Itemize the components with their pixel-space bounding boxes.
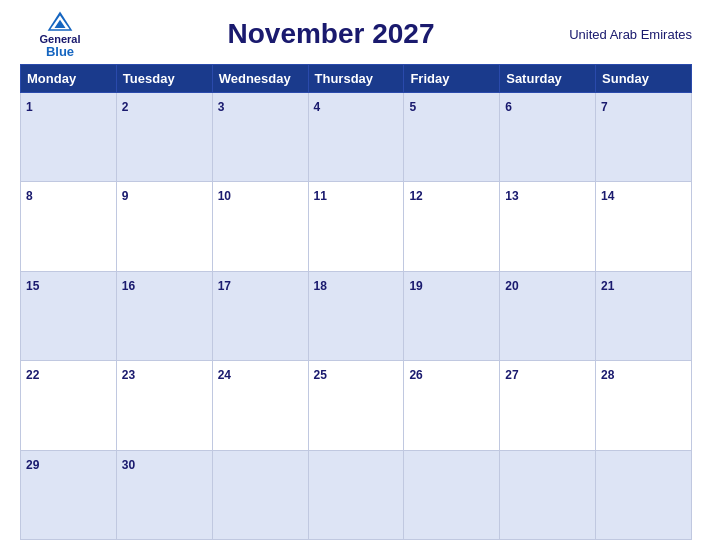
- day-number: 10: [218, 189, 231, 203]
- logo-blue-text: Blue: [46, 45, 74, 58]
- day-number: 3: [218, 100, 225, 114]
- day-number: 24: [218, 368, 231, 382]
- country-label: United Arab Emirates: [562, 27, 692, 42]
- calendar-cell: 13: [500, 182, 596, 271]
- calendar-cell: 12: [404, 182, 500, 271]
- day-number: 4: [314, 100, 321, 114]
- day-number: 8: [26, 189, 33, 203]
- calendar-cell: 3: [212, 93, 308, 182]
- calendar-cell: 25: [308, 361, 404, 450]
- day-number: 14: [601, 189, 614, 203]
- day-number: 2: [122, 100, 129, 114]
- calendar-cell: 21: [596, 271, 692, 360]
- calendar-cell: 14: [596, 182, 692, 271]
- calendar-week-row: 1234567: [21, 93, 692, 182]
- weekday-header-row: MondayTuesdayWednesdayThursdayFridaySatu…: [21, 65, 692, 93]
- day-number: 26: [409, 368, 422, 382]
- calendar-table: MondayTuesdayWednesdayThursdayFridaySatu…: [20, 64, 692, 540]
- calendar-header: General Blue November 2027 United Arab E…: [20, 10, 692, 58]
- calendar-cell: 16: [116, 271, 212, 360]
- day-number: 17: [218, 279, 231, 293]
- day-number: 28: [601, 368, 614, 382]
- calendar-cell: 20: [500, 271, 596, 360]
- day-number: 29: [26, 458, 39, 472]
- calendar-cell: 1: [21, 93, 117, 182]
- calendar-cell: [404, 450, 500, 539]
- day-number: 9: [122, 189, 129, 203]
- calendar-cell: 2: [116, 93, 212, 182]
- calendar-cell: 10: [212, 182, 308, 271]
- calendar-cell: 26: [404, 361, 500, 450]
- day-number: 12: [409, 189, 422, 203]
- calendar-cell: 9: [116, 182, 212, 271]
- calendar-title: November 2027: [100, 18, 562, 50]
- calendar-cell: 11: [308, 182, 404, 271]
- calendar-cell: 27: [500, 361, 596, 450]
- weekday-header-wednesday: Wednesday: [212, 65, 308, 93]
- day-number: 6: [505, 100, 512, 114]
- weekday-header-friday: Friday: [404, 65, 500, 93]
- day-number: 21: [601, 279, 614, 293]
- logo: General Blue: [20, 10, 100, 58]
- calendar-cell: [596, 450, 692, 539]
- day-number: 11: [314, 189, 327, 203]
- calendar-cell: 29: [21, 450, 117, 539]
- day-number: 20: [505, 279, 518, 293]
- calendar-cell: [500, 450, 596, 539]
- day-number: 18: [314, 279, 327, 293]
- day-number: 22: [26, 368, 39, 382]
- calendar-cell: 6: [500, 93, 596, 182]
- day-number: 5: [409, 100, 416, 114]
- calendar-cell: 5: [404, 93, 500, 182]
- calendar-cell: [212, 450, 308, 539]
- day-number: 13: [505, 189, 518, 203]
- weekday-header-sunday: Sunday: [596, 65, 692, 93]
- calendar-cell: 15: [21, 271, 117, 360]
- day-number: 27: [505, 368, 518, 382]
- weekday-header-saturday: Saturday: [500, 65, 596, 93]
- calendar-cell: 18: [308, 271, 404, 360]
- day-number: 1: [26, 100, 33, 114]
- calendar-cell: 4: [308, 93, 404, 182]
- calendar-week-row: 22232425262728: [21, 361, 692, 450]
- weekday-header-thursday: Thursday: [308, 65, 404, 93]
- calendar-cell: 24: [212, 361, 308, 450]
- calendar-cell: 23: [116, 361, 212, 450]
- logo-icon: [46, 10, 74, 32]
- calendar-cell: 30: [116, 450, 212, 539]
- calendar-week-row: 891011121314: [21, 182, 692, 271]
- calendar-cell: 22: [21, 361, 117, 450]
- day-number: 25: [314, 368, 327, 382]
- day-number: 15: [26, 279, 39, 293]
- weekday-header-tuesday: Tuesday: [116, 65, 212, 93]
- day-number: 16: [122, 279, 135, 293]
- calendar-cell: 8: [21, 182, 117, 271]
- calendar-cell: 19: [404, 271, 500, 360]
- weekday-header-monday: Monday: [21, 65, 117, 93]
- calendar-cell: [308, 450, 404, 539]
- calendar-week-row: 15161718192021: [21, 271, 692, 360]
- calendar-cell: 7: [596, 93, 692, 182]
- day-number: 7: [601, 100, 608, 114]
- calendar-cell: 17: [212, 271, 308, 360]
- day-number: 30: [122, 458, 135, 472]
- day-number: 19: [409, 279, 422, 293]
- calendar-cell: 28: [596, 361, 692, 450]
- day-number: 23: [122, 368, 135, 382]
- calendar-week-row: 2930: [21, 450, 692, 539]
